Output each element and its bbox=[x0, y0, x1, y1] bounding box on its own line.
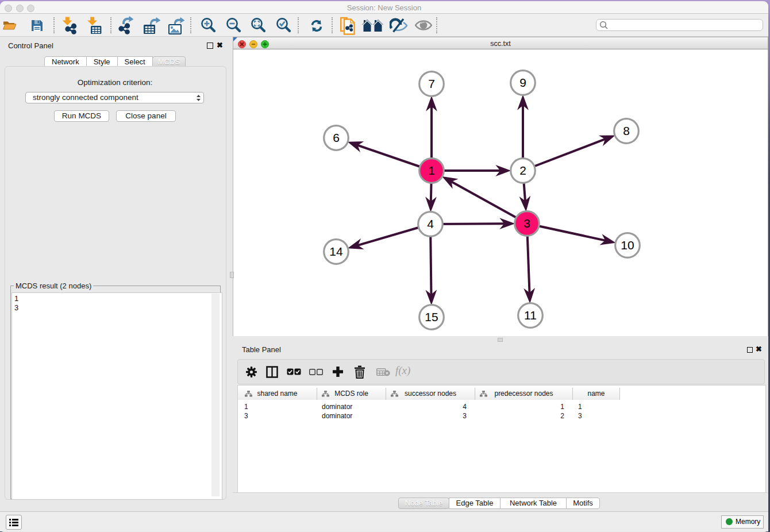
svg-text:9: 9 bbox=[519, 76, 526, 89]
svg-text:6: 6 bbox=[333, 131, 340, 144]
svg-text:14: 14 bbox=[329, 245, 343, 258]
svg-text:7: 7 bbox=[428, 77, 435, 90]
svg-text:11: 11 bbox=[524, 309, 537, 322]
svg-text:4: 4 bbox=[427, 217, 434, 230]
svg-text:1: 1 bbox=[428, 164, 435, 177]
svg-text:10: 10 bbox=[621, 238, 634, 252]
svg-text:15: 15 bbox=[425, 310, 438, 323]
svg-text:8: 8 bbox=[623, 124, 630, 137]
svg-text:3: 3 bbox=[523, 217, 530, 230]
svg-text:2: 2 bbox=[519, 164, 526, 177]
